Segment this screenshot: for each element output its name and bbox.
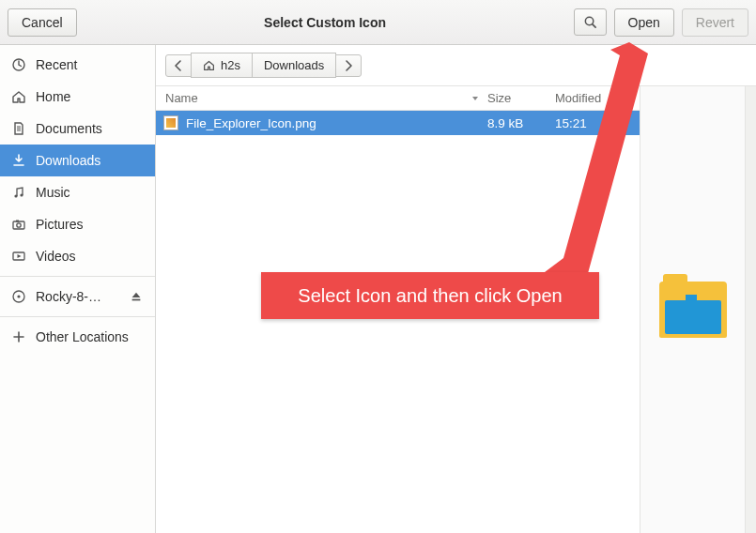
path-back-button[interactable] — [165, 54, 192, 77]
file-row[interactable]: File_Explorer_Icon.png 8.9 kB 15:21 — [156, 111, 640, 135]
file-name: File_Explorer_Icon.png — [186, 116, 316, 130]
divider — [0, 316, 155, 317]
file-modified: 15:21 — [555, 116, 640, 130]
chevron-left-icon — [174, 60, 183, 71]
header-bar: Cancel Select Custom Icon Open Revert — [0, 0, 756, 45]
home-icon — [203, 59, 215, 71]
path-segment-label: h2s — [221, 58, 240, 72]
revert-button: Revert — [682, 8, 748, 37]
sidebar-item-label: Documents — [36, 121, 102, 136]
preview-pane — [640, 86, 745, 533]
sidebar-item-label: Music — [36, 185, 70, 200]
sidebar-item-documents[interactable]: Documents — [0, 113, 155, 145]
image-file-icon — [163, 115, 178, 130]
cancel-button[interactable]: Cancel — [8, 8, 77, 37]
search-button[interactable] — [574, 8, 607, 36]
sidebar-item-label: Recent — [36, 57, 77, 72]
sidebar-item-other-locations[interactable]: Other Locations — [0, 321, 155, 353]
path-bar: h2s Downloads — [156, 45, 756, 86]
column-headers[interactable]: Name Size Modified — [156, 86, 640, 111]
annotation-callout: Select Icon and then click Open — [261, 272, 599, 319]
svg-rect-11 — [132, 299, 141, 301]
clock-icon — [11, 57, 26, 72]
svg-line-1 — [592, 24, 594, 27]
annotation-text: Select Icon and then click Open — [298, 285, 562, 307]
sidebar-item-recent[interactable]: Recent — [0, 49, 155, 81]
document-icon — [11, 121, 26, 136]
sidebar-item-label: Downloads — [36, 153, 100, 168]
column-size[interactable]: Size — [487, 91, 555, 105]
path-forward-button[interactable] — [335, 54, 362, 77]
sidebar-item-label: Videos — [36, 249, 76, 264]
sidebar-item-downloads[interactable]: Downloads — [0, 145, 155, 176]
path-segment-home[interactable]: h2s — [191, 53, 253, 78]
svg-point-4 — [20, 193, 23, 196]
sidebar-item-home[interactable]: Home — [0, 81, 155, 113]
sidebar-item-videos[interactable]: Videos — [0, 240, 155, 272]
dialog-title: Select Custom Icon — [85, 15, 566, 30]
sidebar-item-music[interactable]: Music — [0, 176, 155, 208]
camera-icon — [11, 217, 26, 232]
music-icon — [11, 185, 26, 200]
video-icon — [11, 249, 26, 264]
file-explorer-preview-icon — [659, 282, 727, 338]
vertical-scrollbar[interactable] — [745, 86, 756, 533]
column-modified[interactable]: Modified — [555, 91, 640, 105]
divider — [0, 276, 155, 277]
column-name[interactable]: Name — [156, 91, 487, 105]
svg-rect-7 — [16, 221, 19, 222]
sidebar-item-volume[interactable]: Rocky-8-… — [0, 281, 155, 312]
file-size: 8.9 kB — [487, 116, 555, 130]
path-segment-downloads[interactable]: Downloads — [252, 53, 336, 78]
sidebar-item-label: Pictures — [36, 217, 84, 232]
sort-desc-icon — [471, 94, 480, 103]
svg-point-10 — [17, 295, 20, 297]
disc-icon — [11, 289, 26, 304]
open-button[interactable]: Open — [614, 8, 674, 37]
sidebar-item-label: Home — [36, 89, 70, 104]
home-icon — [11, 89, 26, 104]
plus-icon — [11, 329, 26, 344]
download-icon — [11, 153, 26, 168]
sidebar-item-label: Rocky-8-… — [36, 289, 101, 304]
chevron-right-icon — [344, 60, 353, 71]
sidebar: Recent Home Documents Downloads Music Pi… — [0, 45, 156, 533]
path-segment-label: Downloads — [264, 58, 324, 72]
search-icon — [583, 15, 597, 29]
sidebar-item-pictures[interactable]: Pictures — [0, 208, 155, 240]
eject-icon[interactable] — [129, 289, 144, 304]
svg-point-6 — [17, 223, 21, 227]
svg-point-3 — [14, 194, 17, 197]
sidebar-item-label: Other Locations — [36, 329, 129, 344]
